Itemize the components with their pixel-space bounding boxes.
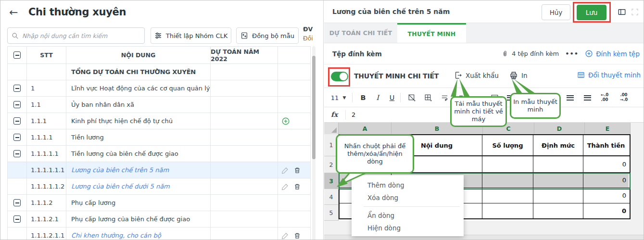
- change-note-button[interactable]: Đổi thuyết minh: [577, 71, 641, 79]
- italic-button[interactable]: I: [371, 88, 384, 107]
- delete-icon[interactable]: [293, 232, 301, 240]
- align-bottom-button[interactable]: [581, 88, 593, 107]
- underline-button[interactable]: U: [386, 88, 398, 107]
- content-cell-link[interactable]: Chi khen thưởng, cho cán bộ: [66, 227, 211, 240]
- collapse-icon[interactable]: [13, 101, 21, 108]
- stt-cell: 1.1.1.1.1.2: [27, 178, 66, 194]
- table-row-1-1-1-2-1-1[interactable]: 1.1.1.2.1.1 Chi khen thưởng, cho cán bộ: [8, 227, 310, 240]
- attachments-actions: 4 tệp đính kèm ••• Đính kèm tệp: [502, 43, 640, 64]
- content-cell-link[interactable]: Lương của biên chế dưới 5 năm: [66, 178, 211, 194]
- cell-c2[interactable]: [482, 156, 533, 172]
- borders-button[interactable]: [405, 88, 418, 107]
- content-cell-link[interactable]: Lương của biên chế trên 5 năm: [66, 162, 211, 178]
- setup-clk-group-button[interactable]: Thiết lập Nhóm CLK: [151, 27, 231, 44]
- increase-decimal-button[interactable]: .00→.0: [617, 88, 631, 107]
- collapse-icon[interactable]: [13, 134, 21, 141]
- attach-file-button[interactable]: Đính kèm tệp: [585, 50, 640, 58]
- column-header-a[interactable]: A: [339, 123, 391, 134]
- edit-icon[interactable]: [281, 166, 289, 174]
- table-row-1-1-1-1-1[interactable]: 1.1.1.1.1 Tiền lương của biên chế được g…: [8, 146, 310, 162]
- scrollbar-thumb[interactable]: [312, 56, 316, 159]
- edit-icon[interactable]: [281, 232, 289, 240]
- search-input[interactable]: [22, 32, 140, 39]
- formula-value[interactable]: 2: [352, 111, 355, 118]
- table-row-1-1-1-1[interactable]: 1.1.1.1 Tiền lương: [8, 129, 310, 146]
- collapse-icon[interactable]: [13, 215, 21, 223]
- cell-e3[interactable]: 0: [583, 173, 629, 188]
- bold-button[interactable]: B: [357, 88, 369, 107]
- menu-item-xoa-dong[interactable]: Xóa dòng: [352, 191, 464, 204]
- cell-e2[interactable]: 0: [583, 156, 629, 172]
- cell-e4[interactable]: 0: [583, 188, 629, 203]
- sync-template-label: Đồng bộ mẫu: [252, 32, 294, 39]
- column-header-e[interactable]: E: [585, 123, 631, 134]
- font-size-dropdown-icon[interactable]: ▼: [341, 88, 347, 107]
- sheet-corner-cell[interactable]: [324, 123, 339, 134]
- menu-item-them-dong[interactable]: Thêm dòng: [352, 179, 464, 191]
- table-row-selected[interactable]: 1.1.1.1.1.1 Lương của biên chế trên 5 nă…: [8, 162, 310, 178]
- table-row-1-1[interactable]: 1.1 Ủy ban nhân dân xã: [8, 97, 310, 113]
- export-button[interactable]: Xuất khẩu: [454, 71, 499, 79]
- nf1-bottom: .00: [601, 97, 608, 102]
- stt-cell: 1.1.1.1: [27, 129, 66, 145]
- tab-du-toan-chi-tiet[interactable]: DỰ TOÁN CHI TIẾT: [324, 23, 397, 43]
- tab-thuyet-minh[interactable]: THUYẾT MINH: [397, 23, 466, 43]
- collapse-all-icon[interactable]: [13, 51, 21, 59]
- cell-c5[interactable]: [482, 203, 533, 218]
- add-row-icon[interactable]: [281, 117, 290, 126]
- cell-e1[interactable]: Thành tiền: [583, 135, 629, 155]
- actions-cell: [278, 227, 310, 240]
- cell-e5[interactable]: 0: [583, 203, 629, 218]
- table-row-1-1-1-1-1-2[interactable]: 1.1.1.1.1.2 Lương của biên chế dưới 5 nă…: [8, 178, 310, 195]
- cancel-button[interactable]: Hủy: [542, 4, 570, 20]
- cell-c1[interactable]: Số lượng: [482, 135, 533, 155]
- decrease-decimal-button[interactable]: ←.0.00: [597, 88, 612, 107]
- row-header-5[interactable]: 5: [324, 205, 339, 221]
- table-row-1-1-1[interactable]: 1.1.1 Kinh phí thực hiện chế độ tự chủ: [8, 113, 310, 129]
- more-actions-icon[interactable]: •••: [565, 50, 579, 57]
- row-header-3-selected[interactable]: 3: [324, 173, 339, 189]
- collapse-icon[interactable]: [13, 199, 21, 206]
- delete-icon[interactable]: [293, 183, 301, 190]
- table-row-1-1-1-2[interactable]: 1.1.1.2 Phụ cấp lương: [8, 195, 310, 211]
- save-button[interactable]: Lưu: [577, 5, 606, 20]
- collapse-icon[interactable]: [13, 85, 21, 92]
- table-row-1-1-1-2-1[interactable]: 1.1.1.2.1 Phụ cấp lương của biên chế đượ…: [8, 211, 310, 227]
- cell-d2[interactable]: [533, 156, 583, 172]
- font-size-value[interactable]: 11: [330, 88, 340, 107]
- attachments-count[interactable]: 4 tệp đính kèm: [502, 50, 559, 57]
- cell-d4[interactable]: [533, 188, 583, 203]
- merge-cells-button[interactable]: [421, 88, 435, 107]
- cell-c3[interactable]: [482, 173, 533, 188]
- budget-cell: [211, 195, 278, 211]
- edit-icon[interactable]: [281, 183, 289, 190]
- detail-note-toggle[interactable]: [331, 72, 348, 81]
- align-middle-button[interactable]: [564, 88, 576, 107]
- wrap-text-button[interactable]: [438, 88, 451, 107]
- cell-c4[interactable]: [482, 188, 533, 203]
- collapse-cell: [8, 178, 27, 194]
- cell-d3[interactable]: [533, 173, 583, 188]
- actions-cell: [278, 195, 310, 211]
- expand-icon[interactable]: [631, 8, 639, 16]
- budget-cell: [211, 80, 278, 96]
- print-button[interactable]: In: [509, 71, 528, 80]
- table-row-total[interactable]: TỔNG DỰ TOÁN CHI THƯỜNG XUYÊN: [8, 64, 310, 80]
- stt-header: STT: [27, 47, 66, 63]
- collapse-icon[interactable]: [13, 150, 21, 157]
- cell-d1[interactable]: Định mức: [533, 135, 583, 155]
- search-box[interactable]: [7, 27, 145, 44]
- menu-item-hien-dong[interactable]: Hiện dòng: [352, 222, 464, 234]
- sync-template-button[interactable]: Đồng bộ mẫu: [236, 27, 299, 44]
- collapse-icon[interactable]: [13, 117, 21, 125]
- delete-icon[interactable]: [293, 166, 301, 174]
- row-header-4[interactable]: 4: [324, 189, 339, 205]
- back-arrow-icon[interactable]: ←: [9, 6, 18, 18]
- cell-d5[interactable]: [533, 203, 583, 218]
- table-row-1[interactable]: 1 Lĩnh vực Hoạt động của các cơ quan quả…: [8, 80, 310, 97]
- menu-item-an-dong[interactable]: Ẩn dòng: [352, 209, 464, 222]
- left-table-scrollbar[interactable]: [312, 46, 316, 240]
- column-header-d[interactable]: D: [534, 123, 585, 134]
- split-panel-icon[interactable]: [618, 8, 626, 16]
- collapse-cell: [8, 227, 27, 240]
